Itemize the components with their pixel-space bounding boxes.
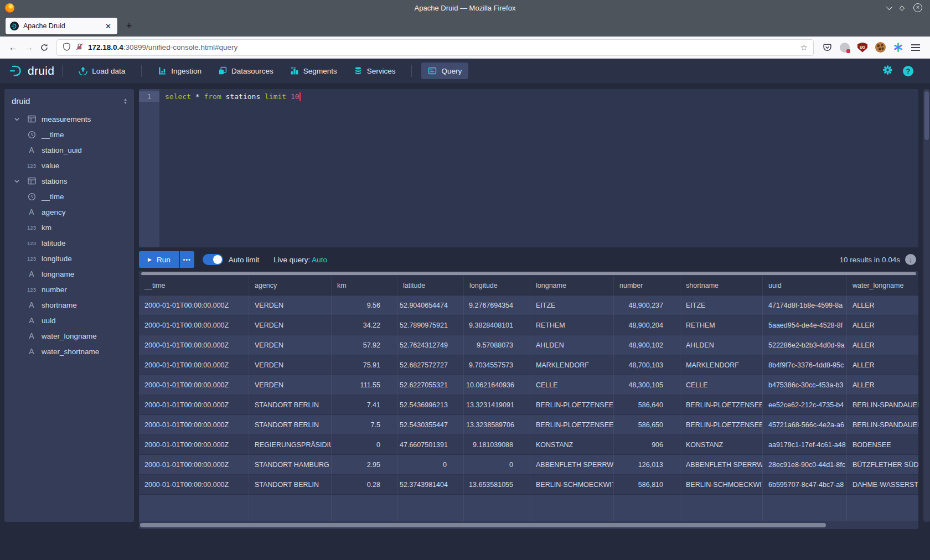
column-header-number[interactable]: number	[614, 276, 680, 295]
tree-column-longname[interactable]: Alongname	[4, 266, 134, 282]
insecure-lock-icon[interactable]	[75, 43, 84, 53]
auto-limit-toggle[interactable]	[203, 254, 223, 265]
extension-icon[interactable]	[839, 42, 850, 53]
nav-item-load-data[interactable]: Load data	[72, 63, 132, 79]
column-header-longitude[interactable]: longitude	[464, 276, 530, 295]
nav-item-services[interactable]: Services	[347, 63, 402, 79]
cell-agency[interactable]: VERDEN	[249, 355, 332, 375]
cell-uuid[interactable]: 28ec91e8-90c0-44d1-8fc	[763, 455, 847, 475]
cell-longitude[interactable]: 13.3238589706	[464, 415, 530, 435]
download-icon[interactable]: ↓	[905, 254, 916, 265]
cell-uuid[interactable]: aa9179c1-17ef-4c61-a48	[763, 435, 847, 455]
bookmark-star-icon[interactable]: ☆	[800, 43, 808, 53]
cell-longname[interactable]: AHLDEN	[530, 335, 614, 355]
cell-agency[interactable]: STANDORT BERLIN	[249, 395, 332, 415]
menu-hamburger-icon[interactable]	[910, 42, 921, 53]
cell-latitude[interactable]: 52.6827572727	[397, 355, 464, 375]
tree-column-station_uuid[interactable]: Astation_uuid	[4, 142, 134, 158]
sort-icon[interactable]: ▲▼	[123, 98, 127, 105]
cell-agency[interactable]: VERDEN	[249, 375, 332, 395]
cell-uuid[interactable]: 6b595707-8c47-4bc7-a8	[763, 475, 847, 495]
window-maximize-icon[interactable]: ◇	[900, 4, 905, 11]
forward-button[interactable]: →	[21, 40, 37, 55]
cell-shortname[interactable]: EITZE	[680, 295, 763, 315]
cell-uuid[interactable]: 5aaed954-de4e-4528-8f	[763, 315, 847, 335]
tree-column-latitude[interactable]: 123latitude	[4, 235, 134, 251]
cell-agency[interactable]: VERDEN	[249, 335, 332, 355]
cell-agency[interactable]: REGIERUNGSPRÄSIDIUM	[249, 435, 332, 455]
cell-water_longname[interactable]: BERLIN-SPANDAUER-S	[847, 415, 918, 435]
reload-button[interactable]	[37, 40, 52, 55]
cell-__time[interactable]: 2000-01-01T00:00:00.000Z	[139, 375, 249, 395]
cell-longname[interactable]: KONSTANZ	[530, 435, 614, 455]
nav-item-datasources[interactable]: Datasources	[211, 63, 280, 79]
cell-longitude[interactable]	[464, 495, 530, 521]
cell-longname[interactable]: RETHEM	[530, 315, 614, 335]
cell-__time[interactable]: 2000-01-01T00:00:00.000Z	[139, 335, 249, 355]
cell-__time[interactable]: 2000-01-01T00:00:00.000Z	[139, 475, 249, 495]
cell-water_longname[interactable]: BODENSEE	[847, 435, 918, 455]
column-header-km[interactable]: km	[332, 276, 397, 295]
cell-longname[interactable]: MARKLENDORF	[530, 355, 614, 375]
run-more-button[interactable]: •••	[180, 251, 194, 268]
shield-icon[interactable]	[63, 43, 71, 53]
cell-km[interactable]: 7.41	[332, 395, 397, 415]
cell-uuid[interactable]: 47174d8f-1b8e-4599-8a	[763, 295, 847, 315]
cell-__time[interactable]: 2000-01-01T00:00:00.000Z	[139, 295, 249, 315]
cell-number[interactable]: 906	[614, 435, 680, 455]
cell-longitude[interactable]: 10.0621640936	[464, 375, 530, 395]
cell-km[interactable]: 0.28	[332, 475, 397, 495]
cell-__time[interactable]: 2000-01-01T00:00:00.000Z	[139, 315, 249, 335]
run-button[interactable]: ▶ Run	[139, 251, 179, 268]
tree-column-km[interactable]: 123km	[4, 220, 134, 235]
column-header-shortname[interactable]: shortname	[680, 276, 763, 295]
cell-__time[interactable]: 2000-01-01T00:00:00.000Z	[139, 395, 249, 415]
back-button[interactable]: ←	[6, 40, 21, 55]
cell-__time[interactable]: 2000-01-01T00:00:00.000Z	[139, 415, 249, 435]
cell-agency[interactable]: STANDORT BERLIN	[249, 475, 332, 495]
cell-km[interactable]: 0	[332, 435, 397, 455]
query-editor[interactable]: select * from stations limit 10	[159, 89, 918, 247]
pocket-icon[interactable]	[822, 42, 833, 53]
tree-column-longitude[interactable]: 123longitude	[4, 251, 134, 266]
cell-longitude[interactable]: 9.7034557573	[464, 355, 530, 375]
tree-column-shortname[interactable]: Ashortname	[4, 297, 134, 313]
cell-agency[interactable]: VERDEN	[249, 295, 332, 315]
cell-uuid[interactable]: 8b4f9f7c-3376-4dd8-95c	[763, 355, 847, 375]
column-header-latitude[interactable]: latitude	[397, 276, 464, 295]
cell-longitude[interactable]: 13.653581055	[464, 475, 530, 495]
cell-number[interactable]: 48,900,204	[614, 315, 680, 335]
cell-longitude[interactable]: 9.2767694354	[464, 295, 530, 315]
vertical-scrollbar[interactable]	[923, 89, 930, 522]
cell-uuid[interactable]: 522286e2-b2b3-4d0d-9a	[763, 335, 847, 355]
cell-shortname[interactable]: RETHEM	[680, 315, 763, 335]
cell-longitude[interactable]: 0	[464, 455, 530, 475]
column-header-__time[interactable]: __time	[139, 276, 249, 295]
cookie-extension-icon[interactable]	[875, 42, 886, 53]
cell-longitude[interactable]: 9.57088073	[464, 335, 530, 355]
asterisk-extension-icon[interactable]	[892, 42, 903, 53]
cell-agency[interactable]: STANDORT HAMBURG	[249, 455, 332, 475]
cell-number[interactable]: 586,650	[614, 415, 680, 435]
horizontal-scrollbar-top[interactable]	[141, 272, 916, 275]
cell-km[interactable]: 2.95	[332, 455, 397, 475]
cell-shortname[interactable]: BERLIN-SCHMOECKWITZ	[680, 475, 763, 495]
cell-water_longname[interactable]: BERLIN-SPANDAUER-S	[847, 395, 918, 415]
nav-item-ingestion[interactable]: Ingestion	[151, 63, 208, 79]
tree-column-uuid[interactable]: Auuid	[4, 313, 134, 328]
cell-agency[interactable]: VERDEN	[249, 315, 332, 335]
cell-latitude[interactable]: 52.5436996213	[397, 395, 464, 415]
cell-number[interactable]: 586,640	[614, 395, 680, 415]
cell-km[interactable]	[332, 495, 397, 521]
cell-shortname[interactable]: KONSTANZ	[680, 435, 763, 455]
cell-longname[interactable]	[530, 495, 614, 521]
column-header-uuid[interactable]: uuid	[763, 276, 847, 295]
tree-column-number[interactable]: 123number	[4, 282, 134, 297]
nav-item-segments[interactable]: Segments	[283, 63, 344, 79]
cell-longname[interactable]: BERLIN-PLOETZENSEE C	[530, 395, 614, 415]
cell-uuid[interactable]: 45721a68-566c-4e2a-a6	[763, 415, 847, 435]
ublock-icon[interactable]: UO	[857, 42, 868, 53]
column-header-longname[interactable]: longname	[530, 276, 614, 295]
tree-column-water_longname[interactable]: Awater_longname	[4, 328, 134, 344]
cell-latitude[interactable]: 52.7890975921	[397, 315, 464, 335]
